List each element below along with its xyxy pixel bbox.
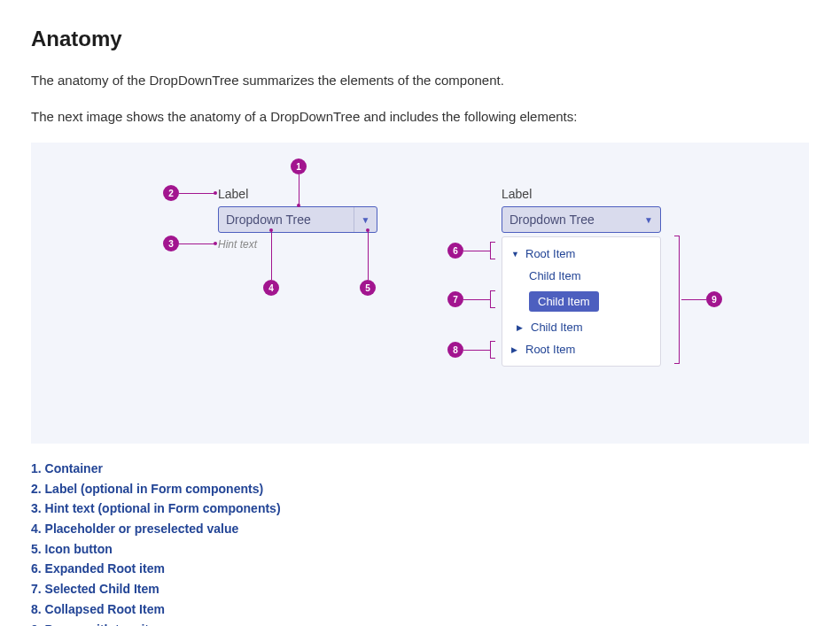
intro-paragraph-2: The next image shows the anatomy of a Dr… [31, 107, 809, 128]
callout-badge-2: 2 [163, 185, 179, 201]
tree-root-collapsed[interactable]: ▶ Root Item [502, 338, 660, 360]
legend-item: 5. Icon button [31, 540, 809, 560]
legend-item: 9. Popup with tree items [31, 621, 809, 627]
tree-root-expanded[interactable]: ▼ Root Item [502, 243, 660, 265]
tree-label: Root Item [525, 343, 575, 356]
legend-item: 1. Container [31, 460, 809, 479]
field-label: Label [218, 187, 377, 201]
callout-dot [366, 228, 369, 232]
callout-dot [269, 228, 273, 232]
field-label: Label [502, 187, 661, 201]
tree-label: Child Item [529, 291, 599, 312]
callout-dot [214, 242, 217, 245]
dropdown-placeholder: Dropdown Tree [226, 213, 311, 227]
tree-child-item[interactable]: Child Item [502, 265, 660, 287]
caret-right-icon: ▶ [511, 345, 520, 354]
chevron-down-icon[interactable]: ▼ [354, 207, 377, 232]
dropdown-value: Dropdown Tree [509, 213, 595, 227]
callout-dot [214, 191, 217, 195]
legend-item: 8. Collapsed Root Item [31, 600, 809, 620]
callout-line [179, 243, 214, 244]
callout-badge-9: 9 [706, 291, 722, 307]
legend-item: 7. Selected Child Item [31, 580, 809, 599]
dropdown-popup: ▼ Root Item Child Item Child Item ▶ Chil… [502, 236, 661, 367]
dropdown-field[interactable]: Dropdown Tree ▼ [218, 206, 377, 233]
callout-bracket [490, 290, 495, 308]
anatomy-diagram: Label Dropdown Tree ▼ Hint text 1 2 3 4 … [31, 143, 809, 444]
tree-label: Child Item [531, 321, 583, 334]
legend-item: 2. Label (optional in Form components) [31, 480, 809, 499]
tree-child-item[interactable]: ▶ Child Item [502, 316, 660, 338]
chevron-down-icon[interactable]: ▼ [637, 207, 660, 232]
callout-badge-5: 5 [360, 280, 376, 296]
caret-down-icon: ▼ [511, 250, 520, 259]
dropdown-field-open[interactable]: Dropdown Tree ▼ [502, 206, 661, 233]
callout-badge-7: 7 [447, 291, 463, 307]
callout-line [463, 350, 490, 351]
legend-item: 6. Expanded Root item [31, 560, 809, 579]
tree-child-selected[interactable]: Child Item [502, 287, 660, 316]
callout-line [681, 299, 706, 300]
callout-line [463, 251, 490, 251]
callout-bracket [490, 341, 495, 359]
callout-line [368, 231, 369, 280]
callout-line [463, 299, 490, 300]
hint-text: Hint text [218, 238, 377, 251]
callout-line [271, 231, 272, 280]
callout-line [299, 174, 299, 205]
callout-bracket [674, 236, 680, 364]
tree-label: Root Item [525, 247, 575, 260]
callout-badge-8: 8 [447, 342, 463, 358]
caret-right-icon: ▶ [517, 323, 525, 332]
callout-bracket [490, 242, 495, 259]
callout-badge-4: 4 [263, 280, 279, 296]
page-title: Anatomy [31, 27, 809, 51]
callout-badge-6: 6 [447, 243, 463, 259]
callout-badge-1: 1 [291, 158, 307, 174]
intro-paragraph-1: The anatomy of the DropDownTree summariz… [31, 71, 809, 91]
callout-line [179, 193, 214, 194]
legend-item: 3. Hint text (optional in Form component… [31, 499, 809, 519]
callout-badge-3: 3 [163, 236, 179, 251]
legend-item: 4. Placeholder or preselected value [31, 520, 809, 539]
callout-dot [297, 204, 300, 207]
anatomy-legend: 1. Container 2. Label (optional in Form … [31, 460, 809, 626]
tree-label: Child Item [529, 269, 581, 282]
